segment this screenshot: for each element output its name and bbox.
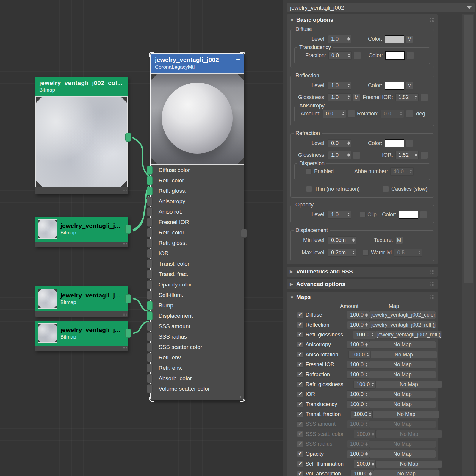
map-slot-button[interactable]: No Map bbox=[376, 460, 442, 468]
map-enable-checkbox[interactable] bbox=[297, 322, 303, 328]
material-output-socket[interactable] bbox=[241, 229, 247, 238]
resize-grip[interactable] bbox=[123, 243, 127, 246]
opacity-color-map-button[interactable] bbox=[420, 211, 427, 218]
rollout-grip-icon[interactable] bbox=[430, 18, 435, 22]
input-socket[interactable] bbox=[147, 166, 153, 175]
map-enable-checkbox[interactable] bbox=[297, 471, 303, 476]
map-enable-checkbox[interactable] bbox=[297, 312, 303, 318]
input-socket[interactable] bbox=[147, 343, 153, 352]
input-socket[interactable] bbox=[147, 207, 153, 216]
glossiness-spinner[interactable]: 1.0 bbox=[328, 93, 351, 101]
map-slot-button[interactable]: No Map bbox=[369, 400, 436, 408]
dispersion-enabled-checkbox[interactable] bbox=[306, 168, 312, 174]
diffuse-color-map-button[interactable]: M bbox=[406, 35, 413, 43]
map-slot-button[interactable]: No Map bbox=[373, 470, 440, 476]
map-slot-button[interactable]: No Map bbox=[375, 381, 442, 388]
resize-grip[interactable] bbox=[123, 190, 127, 193]
refr-color-swatch[interactable] bbox=[385, 139, 404, 147]
map-amount-spinner[interactable]: 100.0 bbox=[347, 450, 369, 458]
map-enable-checkbox[interactable] bbox=[297, 342, 303, 348]
refl-color-map-button[interactable]: M bbox=[406, 82, 413, 89]
node-bitmap-refl[interactable]: jewelry_ventagli_j... Bitmap bbox=[35, 217, 128, 247]
input-socket[interactable] bbox=[147, 364, 153, 372]
input-socket[interactable] bbox=[147, 187, 153, 195]
map-slot-button[interactable]: No Map bbox=[369, 371, 436, 378]
map-amount-spinner[interactable]: 100.0 bbox=[347, 400, 369, 408]
node-editor-canvas[interactable]: jewelry_ventagli_j002_col... Bitmap jewe… bbox=[0, 0, 283, 476]
diffuse-color-swatch[interactable] bbox=[385, 35, 404, 43]
material-name-dropdown[interactable]: jewelry_ventagli_j002 bbox=[287, 3, 475, 12]
map-amount-spinner[interactable]: 100.0 bbox=[354, 430, 376, 438]
input-socket[interactable] bbox=[147, 228, 153, 237]
input-socket[interactable] bbox=[147, 197, 153, 206]
fresnel-ior-spinner[interactable]: 1.52 bbox=[395, 93, 419, 101]
input-socket[interactable] bbox=[147, 270, 153, 279]
map-amount-spinner[interactable]: 100.0 bbox=[347, 420, 369, 428]
resize-grip[interactable] bbox=[238, 396, 242, 399]
fraction-map-button[interactable] bbox=[353, 52, 361, 59]
input-socket[interactable] bbox=[147, 311, 153, 320]
refr-level-spinner[interactable]: 0.0 bbox=[328, 139, 351, 147]
input-socket[interactable] bbox=[147, 353, 153, 362]
resize-grip[interactable] bbox=[123, 312, 127, 316]
refr-glossiness-map-button[interactable] bbox=[353, 151, 360, 159]
map-amount-spinner[interactable]: 100.0 bbox=[351, 410, 373, 418]
caustics-checkbox[interactable] bbox=[383, 186, 389, 192]
map-slot-button[interactable]: No Map bbox=[369, 440, 436, 448]
map-enable-checkbox[interactable] bbox=[297, 451, 303, 457]
rollout-volumetrics[interactable]: ▶ Volumetrics and SSS bbox=[287, 267, 438, 277]
map-amount-spinner[interactable]: 100.0 bbox=[347, 361, 369, 369]
input-socket[interactable] bbox=[147, 218, 153, 227]
map-amount-spinner[interactable]: 100.0 bbox=[348, 351, 370, 359]
refr-color-map-button[interactable] bbox=[406, 140, 413, 147]
refr-ior-spinner[interactable]: 1.52 bbox=[395, 151, 419, 159]
input-socket[interactable] bbox=[147, 301, 153, 310]
node-bitmap-color[interactable]: jewelry_ventagli_j002_col... Bitmap bbox=[35, 77, 128, 194]
panel-scrollbar[interactable] bbox=[462, 14, 474, 476]
input-socket[interactable] bbox=[147, 332, 153, 341]
rollout-maps-header[interactable]: ▼ Maps bbox=[290, 292, 435, 302]
rollout-collapsed-icon[interactable]: ▶ bbox=[290, 281, 296, 287]
map-amount-spinner[interactable]: 100.0 bbox=[353, 381, 375, 389]
map-enable-checkbox[interactable] bbox=[297, 441, 303, 447]
input-socket[interactable] bbox=[147, 239, 153, 248]
map-enable-checkbox[interactable] bbox=[297, 401, 303, 407]
fresnel-ior-map-button[interactable] bbox=[420, 94, 428, 101]
output-socket[interactable] bbox=[125, 294, 131, 303]
aniso-amount-spinner[interactable]: 0.0 bbox=[323, 110, 346, 118]
rollout-collapsed-icon[interactable]: ▶ bbox=[290, 269, 296, 274]
input-socket[interactable] bbox=[147, 259, 153, 268]
rollout-grip-icon[interactable] bbox=[430, 295, 435, 300]
aniso-amount-map-button[interactable] bbox=[348, 110, 355, 118]
input-socket[interactable] bbox=[147, 249, 153, 258]
map-enable-checkbox[interactable] bbox=[297, 372, 303, 378]
map-amount-spinner[interactable]: 100.0 bbox=[353, 331, 375, 339]
map-enable-checkbox[interactable] bbox=[297, 362, 303, 368]
aniso-rotation-spinner[interactable]: 0.0 bbox=[381, 110, 404, 118]
map-slot-button[interactable]: No Map bbox=[369, 341, 436, 349]
map-amount-spinner[interactable]: 100.0 bbox=[351, 470, 373, 476]
map-enable-checkbox[interactable] bbox=[297, 332, 303, 338]
map-enable-checkbox[interactable] bbox=[297, 381, 303, 387]
bitmap-bump-header[interactable]: jewelry_ventagli_j... Bitmap bbox=[35, 286, 128, 311]
output-socket[interactable] bbox=[125, 133, 131, 142]
rollout-advanced[interactable]: ▶ Advanced options bbox=[287, 279, 438, 289]
bitmap-disp-header[interactable]: jewelry_ventagli_j... Bitmap bbox=[35, 321, 128, 346]
opacity-color-swatch[interactable] bbox=[399, 211, 418, 219]
input-socket[interactable] bbox=[147, 374, 153, 383]
output-socket[interactable] bbox=[125, 329, 131, 338]
transl-color-map-button[interactable] bbox=[406, 52, 414, 59]
map-enable-checkbox[interactable] bbox=[297, 461, 303, 467]
rollout-grip-icon[interactable] bbox=[430, 270, 435, 274]
diffuse-level-spinner[interactable]: 1.0 bbox=[328, 35, 351, 43]
map-slot-button[interactable]: No Map bbox=[370, 351, 437, 358]
clip-checkbox[interactable] bbox=[360, 212, 366, 217]
thin-checkbox[interactable] bbox=[306, 186, 312, 192]
input-socket[interactable] bbox=[147, 322, 153, 331]
map-amount-spinner[interactable]: 100.0 bbox=[347, 321, 369, 329]
rollout-expanded-icon[interactable]: ▼ bbox=[290, 18, 296, 23]
input-socket[interactable] bbox=[147, 384, 153, 393]
glossiness-map-button[interactable]: M bbox=[353, 94, 360, 101]
input-socket[interactable] bbox=[147, 280, 153, 289]
rollout-grip-icon[interactable] bbox=[430, 282, 435, 286]
